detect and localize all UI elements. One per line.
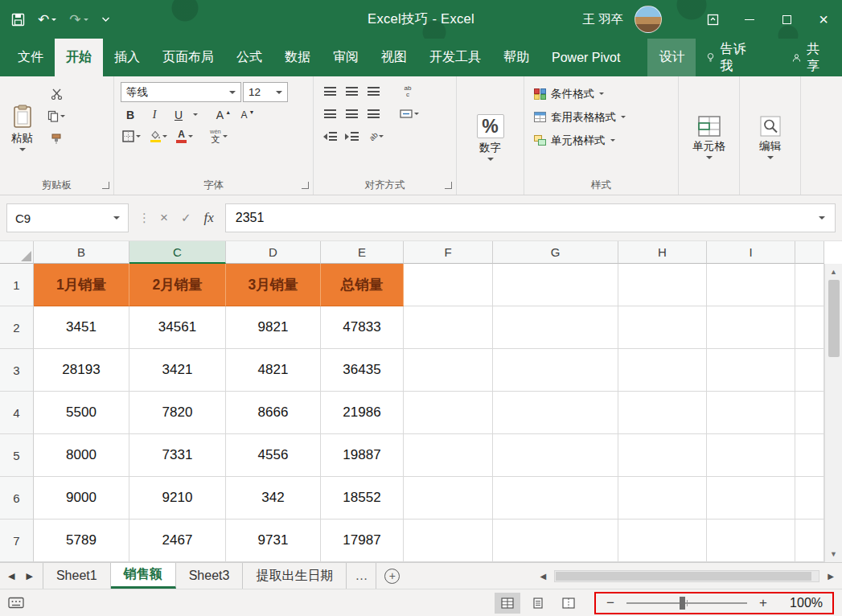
close-button[interactable]: ×: [805, 0, 842, 39]
format-table-dropdown-icon[interactable]: [621, 116, 626, 118]
minimize-button[interactable]: [731, 0, 768, 39]
column-header-E[interactable]: E: [321, 241, 404, 264]
cell-C1[interactable]: 2月销量: [129, 264, 226, 306]
cells-dropdown-icon[interactable]: [706, 156, 713, 159]
editing-dropdown-icon[interactable]: [767, 156, 774, 159]
cell-E5[interactable]: 19887: [321, 434, 404, 477]
tab-developer[interactable]: 开发工具: [418, 39, 492, 76]
cancel-entry-icon[interactable]: ×: [160, 210, 168, 226]
align-top-button[interactable]: [320, 82, 339, 101]
previous-sheet-icon[interactable]: ◀: [8, 571, 14, 581]
zoom-in-button[interactable]: +: [757, 595, 770, 611]
row-header-5[interactable]: 5: [0, 434, 34, 477]
increase-font-button[interactable]: A▲: [214, 105, 233, 124]
cell-C6[interactable]: 9210: [129, 477, 226, 519]
column-header-D[interactable]: D: [226, 241, 321, 264]
row-header-2[interactable]: 2: [0, 306, 34, 349]
cell-D6[interactable]: 342: [226, 477, 321, 519]
empty-cell[interactable]: [795, 519, 824, 562]
cell-C2[interactable]: 34561: [129, 306, 226, 349]
align-bottom-button[interactable]: [363, 82, 383, 101]
cell-D2[interactable]: 9821: [226, 306, 321, 349]
cell-D7[interactable]: 9731: [226, 519, 321, 562]
cell-E3[interactable]: 36435: [321, 349, 404, 392]
empty-cell[interactable]: [795, 306, 824, 349]
redo-dropdown-icon[interactable]: [84, 18, 88, 21]
horizontal-scrollbar-track[interactable]: [554, 570, 819, 582]
empty-cell[interactable]: [707, 434, 795, 477]
tab-home[interactable]: 开始: [55, 39, 103, 76]
empty-cell[interactable]: [795, 434, 824, 477]
tab-insert[interactable]: 插入: [103, 39, 151, 76]
underline-button[interactable]: U: [169, 105, 188, 124]
editing-button[interactable]: 编辑: [754, 114, 786, 161]
maximize-button[interactable]: [768, 0, 805, 39]
empty-cell[interactable]: [493, 519, 618, 562]
formula-input[interactable]: 2351: [225, 203, 836, 232]
empty-cell[interactable]: [618, 477, 707, 519]
select-all-button[interactable]: [0, 241, 34, 264]
empty-cell[interactable]: [404, 349, 493, 392]
empty-cell[interactable]: [404, 519, 493, 562]
decrease-font-button[interactable]: A▼: [238, 105, 257, 124]
zoom-slider[interactable]: [626, 602, 747, 604]
sheet-tab-tiqu[interactable]: 提取出生日期: [243, 563, 347, 589]
font-name-combo[interactable]: 等线: [121, 82, 241, 102]
copy-button[interactable]: [46, 107, 67, 125]
merge-center-button[interactable]: [398, 105, 421, 123]
empty-cell[interactable]: [707, 392, 795, 434]
empty-cell[interactable]: [618, 434, 707, 477]
zoom-out-button[interactable]: −: [604, 595, 617, 611]
cell-E7[interactable]: 17987: [321, 519, 404, 562]
align-middle-button[interactable]: [342, 82, 361, 101]
empty-cell[interactable]: [493, 264, 618, 306]
column-header-B[interactable]: B: [34, 241, 129, 264]
scroll-down-icon[interactable]: ▼: [825, 546, 842, 562]
accessibility-keyboard-icon[interactable]: [8, 597, 24, 609]
zoom-slider-thumb[interactable]: [680, 597, 685, 610]
empty-cell[interactable]: [618, 519, 707, 562]
merge-dropdown-icon[interactable]: [414, 113, 419, 115]
empty-cell[interactable]: [618, 306, 707, 349]
cell-styles-dropdown-icon[interactable]: [610, 139, 615, 142]
align-right-button[interactable]: [363, 105, 383, 123]
font-color-dropdown-icon[interactable]: [188, 135, 193, 138]
fill-color-dropdown-icon[interactable]: [162, 135, 167, 138]
name-box[interactable]: C9: [6, 203, 129, 232]
vertical-scrollbar[interactable]: ▲ ▼: [824, 264, 842, 562]
cut-button[interactable]: [46, 84, 67, 103]
font-dialog-launcher[interactable]: [302, 182, 309, 189]
phonetic-dropdown-icon[interactable]: [223, 135, 228, 138]
tell-me-button[interactable]: 告诉我: [696, 39, 758, 76]
page-layout-view-button[interactable]: [525, 593, 551, 614]
align-left-button[interactable]: [320, 105, 339, 123]
alignment-dialog-launcher[interactable]: [445, 182, 452, 189]
cell-B2[interactable]: 3451: [34, 306, 129, 349]
empty-cell[interactable]: [618, 392, 707, 434]
empty-cell[interactable]: [404, 306, 493, 349]
share-button[interactable]: 共享: [779, 39, 837, 76]
font-color-button[interactable]: A: [175, 127, 195, 146]
vertical-scrollbar-thumb[interactable]: [828, 280, 840, 357]
tab-page-layout[interactable]: 页面布局: [151, 39, 225, 76]
cell-B3[interactable]: 28193: [34, 349, 129, 392]
cell-C4[interactable]: 7820: [129, 392, 226, 434]
new-sheet-button[interactable]: +: [376, 563, 408, 589]
paste-dropdown-icon[interactable]: [19, 148, 26, 151]
cell-C5[interactable]: 7331: [129, 434, 226, 477]
row-header-3[interactable]: 3: [0, 349, 34, 392]
cell-D4[interactable]: 8666: [226, 392, 321, 434]
undo-button[interactable]: ↶: [38, 13, 56, 27]
empty-cell[interactable]: [618, 264, 707, 306]
increase-indent-button[interactable]: [342, 127, 361, 146]
cell-E6[interactable]: 18552: [321, 477, 404, 519]
name-box-dropdown-icon[interactable]: [113, 216, 120, 220]
scroll-up-icon[interactable]: ▲: [825, 264, 842, 280]
orientation-button[interactable]: ab: [367, 127, 386, 146]
column-header-partial[interactable]: [795, 241, 824, 264]
tab-view[interactable]: 视图: [370, 39, 418, 76]
italic-button[interactable]: I: [145, 105, 164, 124]
cell-B4[interactable]: 5500: [34, 392, 129, 434]
column-header-C[interactable]: C: [129, 241, 226, 264]
empty-cell[interactable]: [493, 477, 618, 519]
